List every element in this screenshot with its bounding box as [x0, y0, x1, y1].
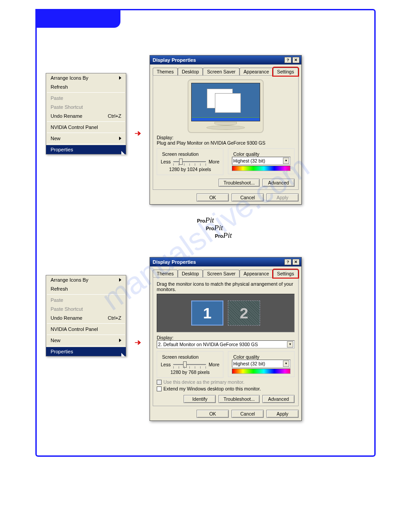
display-properties-dialog-2: Display Properties ? ✕ Themes Desktop Sc…: [150, 257, 302, 421]
ok-button[interactable]: OK: [197, 193, 229, 202]
red-arrow-icon: [133, 337, 142, 350]
ctx-refresh-label: Refresh: [51, 286, 68, 292]
tab-appearance[interactable]: Appearance: [240, 68, 273, 76]
close-icon[interactable]: ✕: [292, 57, 300, 63]
document-page: manualshive.com Arrange Icons By Refresh…: [35, 9, 376, 457]
advanced-button[interactable]: Advanced: [262, 395, 295, 403]
ctx-arrange[interactable]: Arrange Icons By: [46, 275, 126, 284]
ctx-new-label: New: [51, 136, 60, 141]
ctx-nvidia-label: NVIDIA Control Panel: [51, 124, 98, 130]
advanced-button[interactable]: Advanced: [262, 179, 295, 187]
tab-desktop[interactable]: Desktop: [178, 270, 203, 278]
ctx-paste-shortcut-label: Paste Shortcut: [51, 104, 83, 110]
ctx-new[interactable]: New: [46, 336, 126, 345]
chevron-right-icon: [119, 137, 121, 140]
chevron-down-icon[interactable]: ▾: [283, 158, 289, 164]
chevron-down-icon[interactable]: ▾: [283, 360, 289, 367]
titlebar[interactable]: Display Properties ? ✕: [150, 257, 301, 266]
separator: [47, 121, 125, 122]
ctx-arrange-label: Arrange Icons By: [51, 75, 88, 81]
tab-screensaver[interactable]: Screen Saver: [203, 68, 240, 76]
ctx-new[interactable]: New: [46, 134, 126, 143]
monitor-icon: [188, 79, 264, 133]
display-value: Plug and Play Monitor on NVIDIA GeForce …: [157, 140, 295, 146]
section-dual-monitor: Arrange Icons By Refresh Paste Paste Sho…: [46, 257, 365, 421]
tab-themes[interactable]: Themes: [153, 270, 178, 278]
display-combo-value: 2. Default Monitor on NVIDIA GeForce 930…: [158, 342, 258, 347]
monitor-1-icon[interactable]: 1: [191, 300, 223, 326]
color-quality-group: Color quality Highest (32 bit) ▾: [228, 148, 295, 174]
section-single-monitor: Arrange Icons By Refresh Paste Paste Sho…: [46, 55, 365, 205]
res-less-label: Less: [161, 362, 171, 367]
identify-button[interactable]: Identify: [184, 395, 216, 403]
tab-screensaver[interactable]: Screen Saver: [203, 270, 240, 278]
close-icon[interactable]: ✕: [292, 259, 300, 265]
resolution-slider[interactable]: [173, 158, 206, 166]
separator: [47, 335, 125, 335]
color-quality-combo[interactable]: Highest (32 bit) ▾: [232, 360, 291, 368]
ctx-undo-key: Ctrl+Z: [108, 315, 121, 321]
ok-button[interactable]: OK: [197, 410, 229, 418]
checkbox-icon[interactable]: [157, 386, 162, 391]
tab-desktop[interactable]: Desktop: [178, 68, 203, 76]
screen-resolution-group: Screen resolution Less More 1280: [157, 148, 223, 175]
display-label: Display:: [157, 135, 295, 140]
apply-button[interactable]: Apply: [266, 410, 299, 418]
apply-button: Apply: [266, 193, 299, 202]
tab-panel-settings: Drag the monitor icons to match the phys…: [153, 277, 299, 406]
separator: [47, 346, 125, 346]
separator: [47, 323, 125, 324]
ctx-nvidia-label: NVIDIA Control Panel: [51, 326, 98, 332]
ctx-refresh-label: Refresh: [51, 84, 68, 90]
dialog-title: Display Properties: [153, 57, 196, 63]
ctx-properties-label: Properties: [51, 349, 73, 354]
titlebar[interactable]: Display Properties ? ✕: [150, 56, 301, 64]
res-legend: Screen resolution: [161, 151, 200, 157]
ctx-undo-rename[interactable]: Undo Rename Ctrl+Z: [46, 313, 126, 322]
drag-hint: Drag the monitor icons to match the phys…: [157, 281, 295, 292]
desktop-context-menu: Arrange Icons By Refresh Paste Paste Sho…: [46, 73, 126, 154]
extend-desktop-checkbox[interactable]: Extend my Windows desktop onto this moni…: [157, 386, 295, 391]
ctx-nvidia[interactable]: NVIDIA Control Panel: [46, 123, 126, 132]
display-combo[interactable]: 2. Default Monitor on NVIDIA GeForce 930…: [157, 340, 295, 348]
ctx-paste-shortcut: Paste Shortcut: [46, 103, 126, 112]
context-menu-col: Arrange Icons By Refresh Paste Paste Sho…: [46, 55, 126, 154]
checkbox-icon: [157, 380, 162, 385]
monitor-screen: [191, 83, 260, 121]
ctx-nvidia[interactable]: NVIDIA Control Panel: [46, 325, 126, 334]
tab-themes[interactable]: Themes: [153, 68, 178, 76]
ctx-paste-label: Paste: [51, 297, 63, 303]
tab-appearance[interactable]: Appearance: [240, 270, 273, 278]
res-less-label: Less: [161, 159, 171, 164]
ctx-properties[interactable]: Properties: [46, 347, 126, 356]
ctx-arrange[interactable]: Arrange Icons By: [46, 73, 126, 82]
separator: [47, 144, 125, 144]
cancel-button[interactable]: Cancel: [231, 410, 264, 418]
dialog-title: Display Properties: [153, 259, 196, 265]
chevron-down-icon[interactable]: ▾: [287, 341, 293, 348]
troubleshoot-button[interactable]: Troubleshoot...: [218, 395, 260, 403]
extend-label: Extend my Windows desktop onto this moni…: [163, 386, 261, 391]
tab-settings[interactable]: Settings: [273, 68, 298, 76]
res-value: 1280 by 768 pixels: [161, 369, 219, 375]
desktop-context-menu: Arrange Icons By Refresh Paste Paste Sho…: [46, 275, 126, 356]
monitor-2-icon[interactable]: 2: [228, 300, 260, 326]
ctx-arrange-label: Arrange Icons By: [51, 277, 88, 283]
ctx-properties[interactable]: Properties: [46, 145, 126, 154]
ctx-paste-label: Paste: [51, 95, 63, 101]
resolution-slider[interactable]: [173, 360, 206, 369]
color-quality-combo[interactable]: Highest (32 bit) ▾: [232, 157, 291, 165]
tab-settings[interactable]: Settings: [273, 270, 298, 278]
separator: [47, 92, 125, 93]
help-icon[interactable]: ?: [284, 57, 291, 63]
ctx-paste-shortcut-label: Paste Shortcut: [51, 306, 83, 312]
cancel-button[interactable]: Cancel: [231, 193, 264, 202]
ctx-undo-rename[interactable]: Undo Rename Ctrl+Z: [46, 112, 126, 120]
ctx-new-label: New: [51, 338, 60, 343]
ctx-refresh[interactable]: Refresh: [46, 284, 126, 293]
ctx-refresh[interactable]: Refresh: [46, 82, 126, 91]
tabs: Themes Desktop Screen Saver Appearance S…: [150, 266, 301, 277]
troubleshoot-button[interactable]: Troubleshoot...: [218, 179, 260, 187]
help-icon[interactable]: ?: [284, 259, 291, 265]
monitor-arrange-area[interactable]: 1 2: [157, 294, 295, 332]
